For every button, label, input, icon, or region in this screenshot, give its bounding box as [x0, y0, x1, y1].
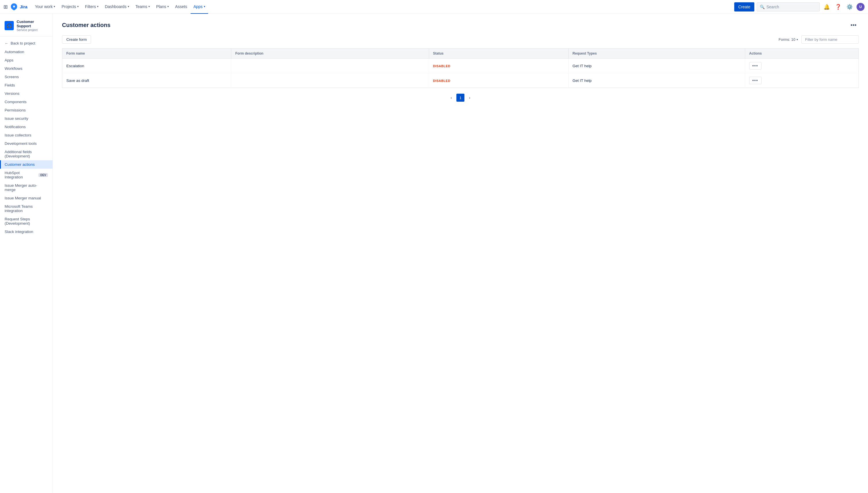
sidebar-item-hubspot[interactable]: HubSpot Integration DEV	[0, 169, 52, 181]
sidebar-item-issue-merger-manual[interactable]: Issue Merger manual	[0, 194, 52, 202]
cell-form-desc-2	[231, 73, 429, 88]
sidebar-item-ms-teams[interactable]: Microsoft Teams integration	[0, 202, 52, 215]
next-page-button[interactable]: ›	[465, 94, 474, 102]
create-button[interactable]: Create	[734, 2, 754, 12]
col-actions: Actions	[745, 48, 859, 59]
forms-table: Form name Form description Status Reques…	[62, 48, 859, 88]
sidebar-item-development-tools[interactable]: Development tools	[0, 140, 52, 148]
back-icon: ←	[5, 41, 8, 45]
nav-plans[interactable]: Plans ▾	[153, 0, 172, 14]
nav-your-work[interactable]: Your work ▾	[32, 0, 58, 14]
cell-form-name-2: Save as draft	[62, 73, 231, 88]
col-request-types: Request Types	[568, 48, 745, 59]
avatar[interactable]: U	[856, 3, 865, 11]
cell-form-desc-1	[231, 59, 429, 73]
sidebar-item-screens[interactable]: Screens	[0, 73, 52, 81]
forms-count-chevron: ▾	[797, 38, 798, 41]
cell-form-name-1: Escalation	[62, 59, 231, 73]
main-content: Customer actions ••• Create form Forms: …	[53, 14, 868, 493]
sidebar-item-fields[interactable]: Fields	[0, 81, 52, 89]
sidebar-item-slack[interactable]: Slack integration	[0, 228, 52, 236]
top-navigation: ⊞ Jira Your work ▾ Projects ▾ Filters ▾ …	[0, 0, 868, 14]
toolbar: Create form Forms: 10 ▾	[62, 35, 859, 44]
sidebar-item-versions[interactable]: Versions	[0, 89, 52, 98]
dev-badge: DEV	[39, 173, 48, 177]
grid-icon[interactable]: ⊞	[3, 4, 8, 10]
sidebar-item-components[interactable]: Components	[0, 98, 52, 106]
sidebar-item-issue-merger-auto[interactable]: Issue Merger auto-merge	[0, 181, 52, 194]
sidebar-item-workflows[interactable]: Workflows	[0, 64, 52, 73]
search-input[interactable]	[767, 5, 817, 9]
cell-request-types-1: Get IT help	[568, 59, 745, 73]
table-row: Escalation DISABLED Get IT help •••	[62, 59, 859, 73]
cell-request-types-2: Get IT help	[568, 73, 745, 88]
cell-actions-2: •••	[745, 73, 859, 88]
help-icon[interactable]: ❓	[833, 2, 843, 12]
project-icon: 🎧	[5, 21, 14, 30]
sidebar-item-issue-collectors[interactable]: Issue collectors	[0, 131, 52, 140]
col-status: Status	[429, 48, 568, 59]
settings-icon[interactable]: ⚙️	[845, 2, 854, 12]
cell-status-2: DISABLED	[429, 73, 568, 88]
nav-links: Your work ▾ Projects ▾ Filters ▾ Dashboa…	[32, 0, 733, 14]
project-type: Service project	[17, 28, 48, 31]
filter-input[interactable]	[801, 35, 859, 44]
logo-text: Jira	[20, 4, 27, 9]
page-layout: 🎧 Customer Support Service project ← Bac…	[0, 14, 868, 493]
nav-apps[interactable]: Apps ▾	[190, 0, 208, 14]
search-bar[interactable]: 🔍	[757, 2, 820, 12]
create-form-button[interactable]: Create form	[62, 35, 91, 44]
jira-logo[interactable]: Jira	[10, 3, 27, 11]
sidebar-item-issue-security[interactable]: Issue security	[0, 114, 52, 123]
sidebar-item-customer-actions[interactable]: Customer actions	[0, 160, 52, 169]
sidebar-item-notifications[interactable]: Notifications	[0, 123, 52, 131]
forms-count[interactable]: Forms: 10 ▾	[778, 37, 798, 42]
toolbar-right: Forms: 10 ▾	[778, 35, 859, 44]
search-icon: 🔍	[760, 5, 765, 9]
main-header: Customer actions •••	[62, 21, 859, 29]
table-row: Save as draft DISABLED Get IT help •••	[62, 73, 859, 88]
status-badge-disabled: DISABLED	[433, 64, 451, 68]
notifications-icon[interactable]: 🔔	[822, 2, 831, 12]
sidebar: 🎧 Customer Support Service project ← Bac…	[0, 14, 53, 493]
row-actions-button-1[interactable]: •••	[749, 62, 761, 69]
status-badge-disabled-2: DISABLED	[433, 79, 451, 83]
table-header: Form name Form description Status Reques…	[62, 48, 859, 59]
nav-filters[interactable]: Filters ▾	[82, 0, 101, 14]
col-form-description: Form description	[231, 48, 429, 59]
sidebar-item-permissions[interactable]: Permissions	[0, 106, 52, 114]
page-title: Customer actions	[62, 22, 111, 28]
more-options-button[interactable]: •••	[848, 21, 859, 29]
sidebar-project: 🎧 Customer Support Service project	[0, 17, 52, 37]
cell-status-1: DISABLED	[429, 59, 568, 73]
cell-actions-1: •••	[745, 59, 859, 73]
col-form-name: Form name	[62, 48, 231, 59]
back-to-project[interactable]: ← Back to project	[0, 39, 52, 48]
prev-page-button[interactable]: ‹	[447, 94, 455, 102]
sidebar-item-automation[interactable]: Automation	[0, 48, 52, 56]
pagination: ‹ 1 ›	[62, 94, 859, 102]
page-1-button[interactable]: 1	[456, 94, 464, 102]
sidebar-item-additional-fields[interactable]: Additional fields (Development)	[0, 148, 52, 160]
table-body: Escalation DISABLED Get IT help ••• Save…	[62, 59, 859, 88]
nav-assets[interactable]: Assets	[172, 0, 190, 14]
project-name: Customer Support	[17, 20, 48, 28]
row-actions-button-2[interactable]: •••	[749, 77, 761, 84]
sidebar-item-request-steps[interactable]: Request Steps (Development)	[0, 215, 52, 228]
topnav-right: Create 🔍 🔔 ❓ ⚙️ U	[734, 2, 865, 12]
nav-dashboards[interactable]: Dashboards ▾	[102, 0, 132, 14]
sidebar-item-apps[interactable]: Apps	[0, 56, 52, 64]
project-info: Customer Support Service project	[17, 20, 48, 31]
nav-projects[interactable]: Projects ▾	[59, 0, 82, 14]
nav-teams[interactable]: Teams ▾	[133, 0, 153, 14]
